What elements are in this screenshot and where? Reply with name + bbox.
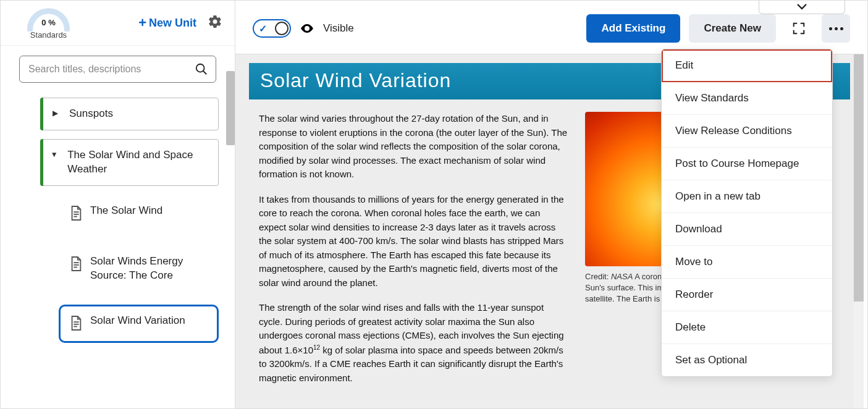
add-existing-button[interactable]: Add Existing: [586, 14, 680, 43]
visibility-label: Visible: [323, 22, 354, 35]
menu-item-delete[interactable]: Delete: [662, 311, 832, 344]
sidebar-scroll-thumb[interactable]: [226, 71, 235, 145]
svg-point-0: [196, 64, 204, 72]
menu-item-reorder[interactable]: Reorder: [662, 279, 832, 311]
gear-icon: [208, 14, 222, 29]
svg-line-1: [203, 71, 207, 75]
plus-icon: +: [138, 15, 146, 31]
content-scrollbar[interactable]: [854, 54, 864, 408]
chevron-down-icon: [796, 2, 807, 10]
new-unit-label: New Unit: [149, 17, 196, 30]
unit-solar-wind-space-weather[interactable]: ▼ The Solar Wind and Space Weather: [40, 139, 219, 186]
unit-tree: ▶ Sunspots ▼ The Solar Wind and Space We…: [1, 89, 235, 361]
sidebar: 0 % Standards + New Unit ▶ Sunspots: [1, 1, 235, 408]
more-actions-button[interactable]: [822, 14, 850, 43]
menu-item-open-new-tab[interactable]: Open in a new tab: [662, 180, 832, 213]
search-input[interactable]: [27, 63, 195, 75]
topic-the-solar-wind[interactable]: The Solar Wind: [59, 195, 219, 233]
unit-title: The Solar Wind and Space Weather: [67, 148, 209, 177]
topic-title: Solar Winds Energy Source: The Core: [90, 255, 208, 283]
content-scroll-thumb[interactable]: [854, 54, 864, 301]
unit-sunspots[interactable]: ▶ Sunspots: [40, 98, 219, 130]
fullscreen-button[interactable]: [785, 14, 813, 43]
unit-title: Sunspots: [69, 107, 113, 121]
paragraph: It takes from thousands to millions of y…: [259, 193, 568, 290]
chevron-down-icon: ▼: [49, 150, 59, 159]
settings-button[interactable]: [208, 14, 222, 32]
chevron-right-icon: ▶: [49, 109, 61, 117]
more-icon: [829, 27, 843, 30]
search-icon: [195, 62, 208, 76]
caption-credit-name: NASA: [611, 272, 633, 281]
more-actions-menu: Edit View Standards View Release Conditi…: [661, 49, 833, 377]
page-text: The solar wind varies throughout the 27-…: [259, 112, 568, 396]
new-unit-button[interactable]: + New Unit: [138, 15, 196, 31]
standards-percent: 0 %: [25, 18, 72, 27]
superscript: 12: [313, 344, 320, 351]
menu-item-download[interactable]: Download: [662, 213, 832, 246]
document-icon: [69, 256, 83, 274]
eye-icon: [300, 21, 314, 36]
document-icon: [69, 315, 83, 334]
collapse-toolbar-button[interactable]: [759, 1, 845, 14]
menu-item-edit[interactable]: Edit: [662, 49, 832, 82]
create-new-button[interactable]: Create New: [689, 14, 776, 43]
toggle-knob: [275, 22, 289, 35]
app-root: 0 % Standards + New Unit ▶ Sunspots: [0, 0, 868, 409]
expand-icon: [792, 22, 806, 35]
search-wrap: [1, 46, 235, 89]
search-input-container[interactable]: [19, 56, 216, 83]
topic-title: The Solar Wind: [90, 204, 162, 218]
caption-credit-label: Credit:: [585, 272, 611, 281]
menu-item-post-to-course-homepage[interactable]: Post to Course Homepage: [662, 148, 832, 180]
standards-label: Standards: [25, 30, 72, 40]
standards-gauge[interactable]: 0 % Standards: [25, 7, 72, 39]
paragraph: The strength of the solar wind rises and…: [259, 301, 568, 385]
check-icon: ✓: [259, 23, 267, 35]
main-panel: ✓ Visible Add Existing Create New Solar …: [235, 1, 867, 408]
sidebar-scrollbar[interactable]: [226, 56, 235, 408]
paragraph: The solar wind varies throughout the 27-…: [259, 112, 568, 182]
sidebar-header: 0 % Standards + New Unit: [1, 1, 235, 46]
menu-item-set-as-optional[interactable]: Set as Optional: [662, 344, 832, 376]
topic-solar-wind-variation[interactable]: Solar Wind Variation: [59, 305, 219, 343]
visibility-toggle[interactable]: ✓: [253, 19, 291, 38]
menu-item-view-release-conditions[interactable]: View Release Conditions: [662, 115, 832, 148]
topic-title: Solar Wind Variation: [90, 314, 185, 328]
menu-item-move-to[interactable]: Move to: [662, 246, 832, 279]
menu-item-view-standards[interactable]: View Standards: [662, 82, 832, 115]
document-icon: [69, 205, 83, 224]
topic-solar-winds-energy-source[interactable]: Solar Winds Energy Source: The Core: [59, 245, 219, 292]
